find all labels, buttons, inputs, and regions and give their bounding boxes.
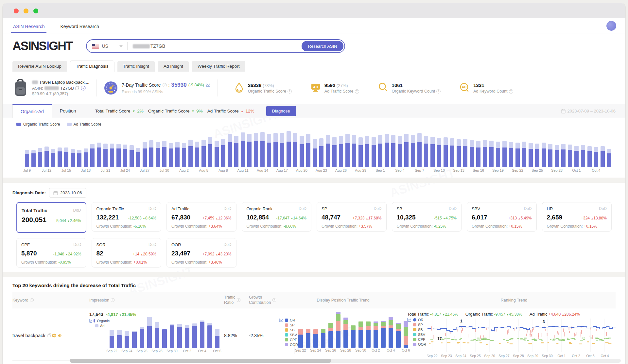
tab-organic-ad[interactable]: Organic-Ad <box>12 104 52 118</box>
page-tab-traffic-insight[interactable]: Traffic Insight <box>117 61 155 72</box>
magnifier-icon <box>377 82 389 94</box>
organic-bar-segment <box>51 153 55 167</box>
bar-segment-ad <box>215 329 219 336</box>
help-icon[interactable]: ? <box>272 298 276 302</box>
research-asin-button[interactable]: Research ASIN <box>302 41 344 51</box>
aba-badge-icon[interactable] <box>52 333 57 338</box>
organic-bar-segment <box>90 148 95 167</box>
mini-bar-chart[interactable]: Sep 22Sep 24Sep 26Sep 28Sep 30Oct 2Oct 4… <box>110 318 224 354</box>
page-tab-traffic-diagnosis[interactable]: Traffic Diagnosis <box>70 61 114 72</box>
page-tab-weekly-traffic-report[interactable]: Weekly Traffic Report <box>192 61 245 72</box>
rank-marker-cpf <box>476 340 478 341</box>
metric-card-sbv[interactable]: SBVDoD6,017+313 ▲5.49%Growth Contributio… <box>467 202 537 232</box>
card-value-row: 67,830+7,459 ▲12.36% <box>171 214 232 221</box>
mini-bar-chart[interactable]: Sep 22Sep 24Sep 26Sep 28Sep 30Oct 2Oct 4… <box>298 318 407 353</box>
help-icon[interactable]: ? <box>30 298 34 302</box>
nav-tab-asin-research[interactable]: ASIN Research <box>12 20 45 33</box>
trend-chart-icon[interactable] <box>279 318 283 322</box>
rank-marker-sb <box>528 343 532 344</box>
organic-bar-segment <box>110 148 114 167</box>
trend-chart-icon[interactable] <box>89 319 92 323</box>
legend-label: SB <box>418 328 423 332</box>
help-icon[interactable]: ? <box>163 83 167 87</box>
card-dod-label: DoD <box>449 206 457 211</box>
metric-card-organic-traffic[interactable]: Organic TrafficDoD132,221-12,503 ▼8.64%G… <box>92 202 162 232</box>
keywords-table-header: Keyword?Impression?TrafficRatio?GrowthCo… <box>12 292 616 308</box>
window-minimize-button[interactable] <box>24 9 28 13</box>
rank-marker-cpf <box>539 339 542 340</box>
traffic-bar <box>417 133 422 167</box>
x-axis-label: Aug 23 <box>312 168 331 172</box>
bar-segment-sp <box>298 329 303 335</box>
help-icon[interactable]: ? <box>355 89 359 94</box>
country-select[interactable]: US <box>87 43 127 49</box>
rank-marker-sb <box>463 342 466 343</box>
traffic-bar <box>398 136 402 167</box>
traffic-bar <box>496 142 500 167</box>
rank-marker-sb <box>541 342 544 343</box>
diagnose-button[interactable]: Diagnose <box>266 106 296 116</box>
metric-card-sp[interactable]: SPDoD48,747+7,323 ▲17.68%Growth Contribu… <box>317 202 387 232</box>
ranking-trend-chart[interactable]: 1713Sep 22Sep 23Sep 24Sep 25Sep 26Sep 27… <box>427 317 616 359</box>
card-growth-contribution: Growth Contribution: +3.57% <box>322 224 382 229</box>
x-axis-label: Sep 30 <box>353 348 368 352</box>
seven-day-score-label: 7-Day Traffic Score <box>122 82 161 88</box>
metric-card-ad-traffic[interactable]: Ad TrafficDoD67,830+7,459 ▲12.36%Growth … <box>166 202 236 232</box>
metric-card-total-traffic[interactable]: Total TrafficDoD200,051-5,044 ▼2.46% <box>16 202 86 233</box>
help-icon[interactable]: ? <box>111 298 115 302</box>
seven-day-score-change: (-9.84%) <box>188 83 204 87</box>
tab-position[interactable]: Position <box>52 104 84 118</box>
metric-card-sb[interactable]: SBDoD10,325-515 ▼4.75%Growth Contributio… <box>392 202 462 232</box>
card-change: +7,323 ▲17.68% <box>353 216 382 220</box>
rank-marker-cpf <box>442 339 445 340</box>
traffic-bar <box>522 142 526 167</box>
metric-card-sor[interactable]: SORDoD82+14 ▲20.59%Growth Contribution: … <box>92 238 162 268</box>
card-label: OOR <box>171 242 181 247</box>
help-icon[interactable]: ? <box>288 89 292 94</box>
amazon-link-icon[interactable]: a <box>81 86 86 91</box>
card-dod-label: DoD <box>374 206 381 211</box>
asin-value: TZ7GB <box>60 86 74 91</box>
copy-icon[interactable] <box>47 333 52 338</box>
traffic-score-chart[interactable]: Jul 9Jul 12Jul 15Jul 18Jul 21Jul 24Jul 2… <box>25 128 616 173</box>
page-tab-ad-insight[interactable]: Ad Insight <box>158 61 189 72</box>
metric-card-oor[interactable]: OORDoD23,497+7,092 ▲43.23%Growth Contrib… <box>166 238 236 268</box>
page-tab-reverse-asin-lookup[interactable]: Reverse ASIN Lookup <box>12 61 67 72</box>
help-icon[interactable]: ? <box>237 298 241 302</box>
copy-icon[interactable] <box>75 86 79 90</box>
user-avatar[interactable] <box>606 21 616 31</box>
x-axis-label: Aug 17 <box>273 168 291 172</box>
rank-marker-sp <box>445 333 446 336</box>
keyword-text[interactable]: travel backpack <box>12 333 45 338</box>
diagnosis-date-picker[interactable]: 2023-10-06 <box>49 188 86 198</box>
rank-marker-sp <box>528 329 528 333</box>
x-axis-label: Oct 4 <box>383 348 398 352</box>
organic-bar-segment <box>555 150 559 167</box>
megaphone-icon[interactable] <box>58 333 62 338</box>
window-zoom-button[interactable] <box>33 9 38 13</box>
window-close-button[interactable] <box>14 9 19 13</box>
traffic-bar <box>25 150 29 167</box>
ad-bar-segment <box>58 147 62 151</box>
traffic-bar <box>51 149 55 167</box>
help-icon[interactable]: ? <box>436 89 441 94</box>
column-header-ranking-trend: Ranking Trend <box>407 295 621 305</box>
ad-bar-segment <box>287 131 291 142</box>
metric-card-hr[interactable]: HRDoD2,659+324 ▲13.88%Growth Contributio… <box>542 202 612 232</box>
help-icon[interactable]: ? <box>509 89 513 94</box>
bar-segment-ad <box>117 330 122 335</box>
ad-bar-segment <box>470 140 474 147</box>
date-range-picker[interactable]: 2023-07-09 – 2023-10-06 <box>561 109 616 113</box>
trend-chart-icon[interactable] <box>206 83 210 87</box>
product-image[interactable] <box>12 79 28 97</box>
metric-card-cpf[interactable]: CPFDoD5,870-1,948 ▼24.92%Growth Contribu… <box>16 238 86 268</box>
x-axis-label: Sep 28 <box>338 348 353 352</box>
us-flag-icon <box>92 44 99 49</box>
metric-card-organic-rank[interactable]: Organic RankDoD102,854-17,647 ▼14.64%Gro… <box>242 202 312 232</box>
nav-tab-keyword-research[interactable]: Keyword Research <box>60 20 99 33</box>
product-title[interactable]: Travel Laptop Backpack,... <box>39 80 89 85</box>
card-change: +7,459 ▲12.36% <box>202 216 232 220</box>
product-review-count: (89,357) <box>53 92 68 96</box>
traffic-bar <box>457 139 461 167</box>
scrollbar-thumb[interactable] <box>70 359 331 363</box>
